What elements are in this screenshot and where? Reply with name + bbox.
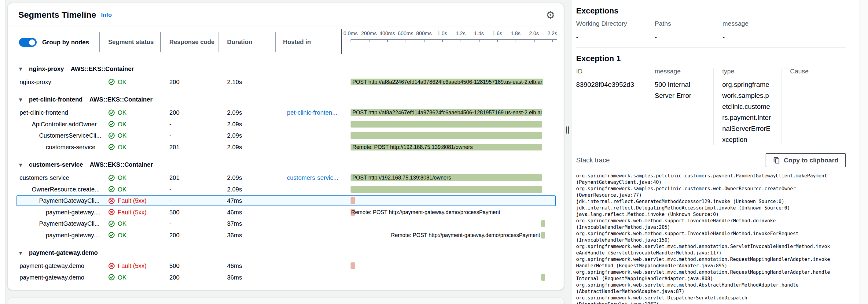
stack-trace-text: org.springframework.samples.petclinic.cu…	[576, 173, 860, 304]
hosted-in-link[interactable]: pet-clinic-fronten...	[287, 109, 337, 116]
timeline-bar-label: POST http://af8a22467efd14a978624fc6aaeb…	[352, 110, 542, 116]
check-circle-icon	[108, 132, 115, 139]
check-circle-icon	[108, 79, 115, 85]
group-header-nginx-proxy[interactable]: ▼ nginx-proxy AWS::EKS::Container	[8, 62, 564, 76]
group-by-nodes-toggle-wrap: Group by nodes	[19, 38, 89, 47]
info-link[interactable]: Info	[101, 11, 112, 18]
table-toolbar: Group by nodes Segment status Response c…	[8, 27, 564, 62]
timeline-bar[interactable]	[350, 121, 542, 127]
segment-name: CustomersServiceCli...	[39, 132, 101, 139]
response-code: -	[169, 132, 172, 139]
table-row[interactable]: payment-gateway.demo Fault (5xx) 500 46m…	[8, 260, 564, 272]
collapse-triangle-icon[interactable]: ▼	[19, 250, 22, 255]
check-circle-icon	[108, 109, 115, 116]
next-panel-edge	[8, 298, 564, 304]
segment-name: ApiController.addOwner	[32, 121, 97, 127]
panel-resize-handle[interactable]	[566, 126, 567, 134]
copy-icon	[773, 157, 780, 164]
collapse-triangle-icon[interactable]: ▼	[19, 66, 22, 71]
timeline-bar[interactable]	[350, 197, 355, 204]
hosted-in-link[interactable]: customers-servic...	[287, 174, 338, 181]
response-code: 201	[169, 144, 179, 150]
timeline-bar[interactable]	[350, 263, 355, 269]
axis-tick-label: 600ms	[398, 31, 413, 37]
timeline-bar[interactable]	[350, 186, 542, 193]
group-type: AWS::EKS::Container	[90, 161, 153, 168]
duration: 46ms	[227, 263, 242, 269]
column-divider	[99, 32, 100, 52]
status-badge: OK	[108, 144, 127, 150]
table-row[interactable]: payment-gateway.... OK 200 36ms Remote: …	[8, 230, 564, 241]
timeline-bar-label: POST http://af8a22467efd14a978624fc6aaeb…	[352, 79, 542, 85]
check-circle-icon	[108, 232, 115, 239]
exception-1-title: Exception 1	[576, 54, 860, 63]
table-row[interactable]: payment-gateway.demo OK 200 36ms	[8, 272, 564, 283]
exceptions-title: Exceptions	[576, 6, 860, 16]
segment-name: payment-gateway.demo	[20, 274, 84, 281]
segment-name: PaymentGatewayCli...	[39, 220, 100, 227]
segment-name: payment-gateway....	[46, 232, 100, 239]
duration: 2.09s	[227, 174, 242, 181]
column-header-hosted-in: Hosted in	[283, 38, 311, 45]
divider	[576, 48, 846, 48]
table-row[interactable]: CustomersServiceCli... OK - 2.09s	[8, 130, 564, 142]
collapse-triangle-icon[interactable]: ▼	[19, 97, 22, 102]
stack-trace-header: Stack trace Copy to clipboard	[576, 153, 846, 167]
table-row[interactable]: PaymentGatewayCli... OK - 37ms	[8, 218, 564, 230]
table-row[interactable]: payment-gateway.... Fault (5xx) 500 46ms…	[8, 207, 564, 218]
group-header-customers-service[interactable]: ▼ customers-service AWS::EKS::Container	[8, 158, 564, 172]
vertical-scrollbar[interactable]	[860, 0, 868, 304]
group-header-payment-gateway-demo[interactable]: ▼ payment-gateway.demo	[8, 246, 564, 260]
duration: 46ms	[227, 209, 242, 216]
group-header-pet-clinic-frontend[interactable]: ▼ pet-clinic-frontend AWS::EKS::Containe…	[8, 93, 564, 107]
x-circle-icon	[108, 209, 115, 216]
axis-tick-label: 400ms	[379, 31, 395, 37]
response-code: 500	[169, 209, 179, 216]
collapse-triangle-icon[interactable]: ▼	[19, 162, 22, 167]
table-row[interactable]: customers-service OK 201 2.09s customers…	[8, 172, 564, 184]
copy-to-clipboard-button[interactable]: Copy to clipboard	[766, 153, 846, 167]
toggle-label: Group by nodes	[42, 39, 89, 46]
duration: 2.09s	[227, 121, 242, 127]
x-circle-icon	[108, 197, 115, 204]
column-divider	[160, 32, 161, 52]
group-name: nginx-proxy	[29, 65, 64, 72]
table-row[interactable]: OwnerResource.create... OK - 2.09s	[8, 183, 564, 195]
timeline-bar[interactable]	[541, 220, 545, 227]
copy-button-label: Copy to clipboard	[784, 157, 839, 164]
axis-tick-label: 1.8s	[511, 31, 521, 37]
check-circle-icon	[108, 121, 115, 127]
status-badge: Fault (5xx)	[108, 197, 146, 204]
segment-name: payment-gateway.demo	[20, 263, 84, 269]
timeline-bar[interactable]	[541, 274, 545, 281]
segments-timeline-panel: Segments Timeline Info ⚙ Group by nodes …	[8, 3, 564, 290]
status-badge: OK	[108, 109, 127, 116]
table-row-selected[interactable]: PaymentGatewayCli... Fault (5xx) - 47ms	[8, 195, 564, 207]
status-badge: Fault (5xx)	[108, 209, 146, 216]
timeline-axis-boundary	[341, 29, 342, 54]
exception-message-field: message 500 Internal Server Error	[646, 68, 713, 145]
axis-tick-label: 2.2s	[548, 31, 557, 37]
segment-name: pet-clinic-frontend	[20, 109, 68, 116]
timeline-bar-label: POST http://192.168.75.139:8081/owners	[352, 175, 451, 181]
table-row[interactable]: pet-clinic-frontend OK 200 2.09s pet-cli…	[8, 107, 564, 119]
panel-resize-handle[interactable]	[568, 126, 569, 134]
group-name: customers-service	[29, 161, 83, 168]
table-row[interactable]: ApiController.addOwner OK - 2.09s	[8, 118, 564, 130]
axis-tick-label: 1.6s	[492, 31, 502, 37]
exception-id-field: ID 839028f04e3952d3	[576, 68, 646, 145]
stack-trace-label: Stack trace	[576, 156, 610, 164]
duration: 36ms	[227, 274, 242, 281]
column-divider	[275, 32, 276, 52]
segment-name: customers-service	[46, 144, 95, 150]
table-row[interactable]: nginx-proxy OK 200 2.10s POST http://af8…	[8, 76, 564, 88]
timeline-bar[interactable]	[541, 232, 545, 239]
timeline-bar[interactable]	[350, 132, 542, 139]
timeline-bar-label: Remote: POST http://payment-gateway.demo…	[391, 232, 540, 238]
table-row[interactable]: customers-service OK 201 2.09s Remote: P…	[8, 141, 564, 153]
group-by-nodes-toggle[interactable]	[19, 38, 37, 47]
segments-table: ▼ nginx-proxy AWS::EKS::Container nginx-…	[8, 62, 564, 283]
gear-icon[interactable]: ⚙	[546, 10, 555, 20]
panel-header: Segments Timeline Info ⚙	[8, 3, 564, 27]
segment-name: customers-service	[20, 174, 69, 181]
